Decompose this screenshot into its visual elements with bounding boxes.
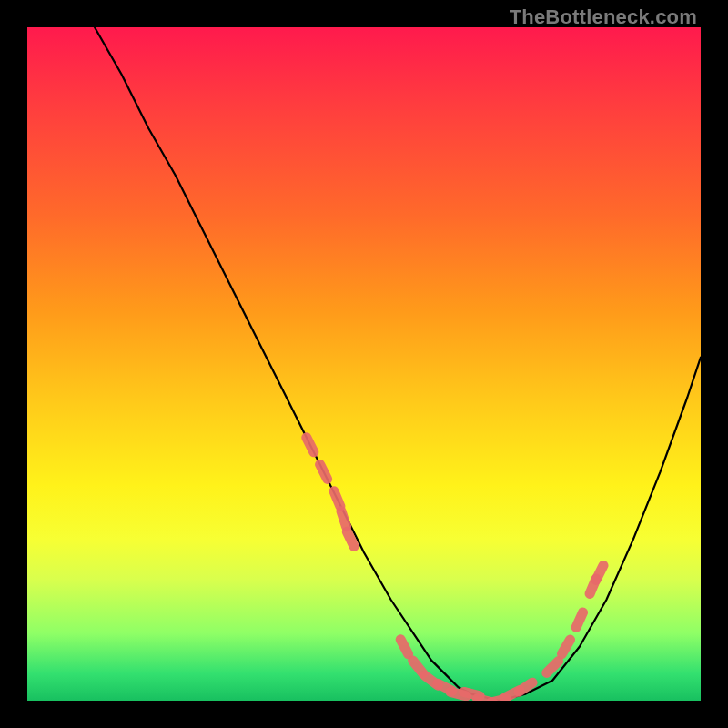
highlight-markers xyxy=(307,438,603,701)
svg-line-16 xyxy=(562,640,571,654)
chart-svg xyxy=(27,27,701,701)
watermark-text: TheBottleneck.com xyxy=(510,5,697,29)
svg-line-15 xyxy=(547,662,559,673)
svg-line-19 xyxy=(596,565,603,580)
svg-line-1 xyxy=(320,464,328,479)
svg-line-3 xyxy=(341,511,347,527)
svg-line-14 xyxy=(519,682,532,692)
bottleneck-curve xyxy=(95,27,701,701)
svg-line-4 xyxy=(347,531,354,546)
svg-line-0 xyxy=(307,438,314,452)
chart-frame xyxy=(27,27,701,701)
svg-line-2 xyxy=(334,491,340,507)
svg-line-5 xyxy=(400,640,408,654)
svg-line-17 xyxy=(576,612,582,627)
svg-line-6 xyxy=(413,661,423,673)
